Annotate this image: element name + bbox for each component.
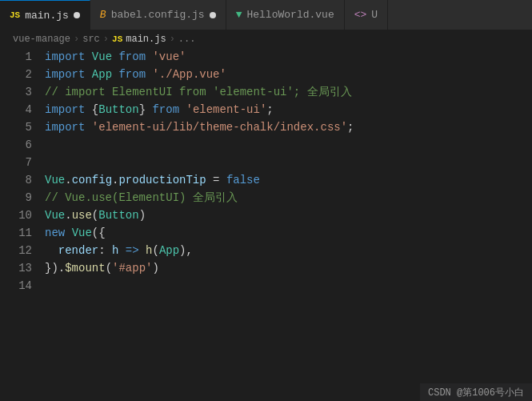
- token-kw: import: [45, 118, 85, 136]
- line-number: 5: [6, 118, 32, 136]
- breadcrumb-part: src: [82, 34, 100, 45]
- line-number: 10: [6, 207, 32, 224]
- token-plain: [139, 242, 146, 259]
- token-str: 'element-ui/lib/theme-chalk/index.css': [92, 118, 347, 136]
- token-arrow: =>: [126, 242, 139, 259]
- code-editor: 1234567891011121314 import Vue from 'vue…: [0, 48, 532, 380]
- token-plain: [85, 101, 91, 118]
- token-plain: [118, 242, 125, 259]
- line-number: 11: [6, 224, 32, 242]
- code-line: [45, 154, 526, 171]
- token-plain: [112, 48, 118, 66]
- token-fn: $mount: [65, 259, 105, 277]
- tab-babel-config[interactable]: B babel.config.js: [90, 0, 226, 30]
- token-plain: .: [65, 171, 71, 189]
- line-number: 3: [6, 83, 32, 101]
- token-kw: new: [45, 224, 65, 242]
- status-text: CSDN @第1006号小白: [428, 386, 524, 399]
- token-plain: [146, 66, 152, 83]
- code-line: // Vue.use(ElementUI) 全局引入: [45, 189, 526, 207]
- tab-bar: JS main.js B babel.config.js ▼ HelloWorl…: [0, 0, 532, 30]
- token-plain: [146, 101, 152, 118]
- token-comment: // Vue.use(ElementUI) 全局引入: [45, 189, 238, 207]
- breadcrumb-sep: ›: [170, 34, 175, 45]
- tab-main-js[interactable]: JS main.js: [0, 0, 90, 30]
- tab-unknown[interactable]: <> U: [345, 0, 388, 30]
- breadcrumb-sep: ›: [74, 34, 79, 45]
- tab-helloworld-vue[interactable]: ▼ HelloWorld.vue: [226, 0, 345, 30]
- token-plain: [146, 48, 152, 66]
- line-numbers: 1234567891011121314: [0, 48, 38, 380]
- token-fn: use: [72, 207, 92, 224]
- token-punc: ),: [179, 242, 193, 259]
- line-number: 9: [6, 189, 32, 207]
- code-line: import {Button} from 'element-ui';: [45, 101, 526, 118]
- token-cls: Button: [98, 101, 138, 118]
- line-number: 6: [6, 136, 32, 154]
- token-plain: [179, 101, 186, 118]
- token-cls: Button: [98, 207, 138, 224]
- breadcrumb-part: vue-manage: [13, 34, 70, 45]
- line-number: 4: [6, 101, 32, 118]
- breadcrumb: vue-manage › src › JS main.js › ...: [0, 30, 532, 48]
- tab-label: babel.config.js: [111, 9, 205, 21]
- token-str: 'vue': [152, 48, 186, 66]
- token-kw: from: [118, 66, 146, 83]
- line-number: 14: [6, 277, 32, 295]
- token-punc: {: [92, 101, 98, 118]
- code-line: [45, 136, 526, 154]
- js-icon-small: JS: [112, 34, 122, 44]
- breadcrumb-sep: ›: [103, 34, 109, 45]
- token-kw: from: [118, 48, 146, 66]
- token-prop: productionTip: [118, 171, 206, 189]
- code-line: import Vue from 'vue': [45, 48, 526, 66]
- token-str: '#app': [112, 259, 152, 277]
- code-line: Vue.config.productionTip = false: [45, 171, 526, 189]
- token-kw: import: [45, 101, 85, 118]
- token-str: 'element-ui': [186, 101, 266, 118]
- code-content[interactable]: import Vue from 'vue'import App from './…: [38, 48, 532, 380]
- token-plain: .: [112, 171, 118, 189]
- line-number: 2: [6, 66, 32, 83]
- token-fn: h: [146, 242, 152, 259]
- code-line: Vue.use(Button): [45, 207, 526, 224]
- token-comment: // import ElementUI from 'element-ui'; 全…: [45, 83, 352, 101]
- code-line: import App from './App.vue': [45, 66, 526, 83]
- code-line: [45, 277, 526, 295]
- line-number: 12: [6, 242, 32, 259]
- token-punc: (: [92, 207, 98, 224]
- token-punc: ;: [266, 101, 273, 118]
- js-icon: JS: [10, 10, 20, 20]
- vue-icon: ▼: [236, 9, 242, 21]
- token-punc: ;: [347, 118, 354, 136]
- token-cls: Vue: [45, 207, 65, 224]
- token-plain: :: [98, 242, 112, 259]
- token-var-name: h: [112, 242, 118, 259]
- token-plain: [45, 242, 58, 259]
- token-plain: [85, 48, 91, 66]
- babel-icon: B: [100, 9, 106, 21]
- token-plain: [112, 66, 118, 83]
- code-line: // import ElementUI from 'element-ui'; 全…: [45, 83, 526, 101]
- token-punc: }).: [45, 259, 65, 277]
- token-prop: config: [72, 171, 112, 189]
- line-number: 1: [6, 48, 32, 66]
- token-cls: Vue: [72, 224, 92, 242]
- token-punc: ({: [92, 224, 106, 242]
- token-str: './App.vue': [152, 66, 226, 83]
- token-punc: ): [139, 207, 146, 224]
- token-plain: [85, 66, 91, 83]
- status-bar: CSDN @第1006号小白: [420, 383, 532, 401]
- line-number: 13: [6, 259, 32, 277]
- line-number: 8: [6, 171, 32, 189]
- code-icon: <>: [354, 9, 367, 21]
- token-cls: Vue: [45, 171, 65, 189]
- tab-label: main.js: [25, 10, 69, 22]
- breadcrumb-part: main.js: [126, 34, 166, 45]
- token-kw: false: [226, 171, 260, 189]
- token-kw: import: [45, 66, 85, 83]
- code-line: new Vue({: [45, 224, 526, 242]
- tab-label: U: [371, 9, 378, 21]
- token-punc: ): [152, 259, 158, 277]
- token-plain: =: [206, 171, 226, 189]
